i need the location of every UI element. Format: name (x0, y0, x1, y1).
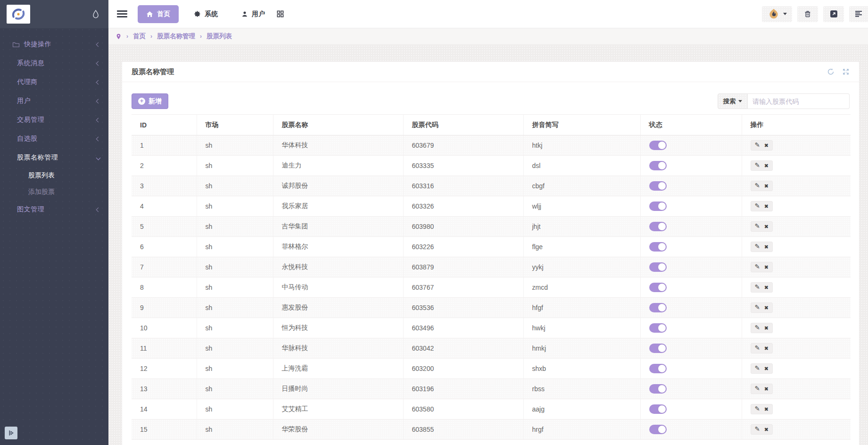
sidebar-subitem[interactable]: 股票列表 (0, 167, 108, 184)
edit-icon[interactable]: ✎ (755, 203, 760, 210)
align-list-button[interactable] (849, 6, 868, 22)
edit-icon[interactable]: ✎ (755, 264, 760, 270)
delete-icon[interactable]: ✖ (764, 224, 769, 229)
sidebar-item-3[interactable]: 代理商 (0, 73, 108, 92)
delete-icon[interactable]: ✖ (764, 184, 769, 189)
status-toggle[interactable] (649, 202, 667, 211)
edit-icon[interactable]: ✎ (755, 365, 760, 372)
status-toggle[interactable] (649, 161, 667, 170)
row-actions: ✎ ✖ (751, 363, 773, 374)
cell-pinyin: yykj (523, 257, 640, 277)
tab-label: 系统 (205, 10, 218, 18)
cell-market: sh (197, 379, 273, 399)
sidebar-subitem[interactable]: 添加股票 (0, 184, 108, 200)
status-toggle[interactable] (649, 283, 667, 292)
launch-button[interactable] (823, 6, 844, 22)
delete-icon[interactable]: ✖ (764, 305, 769, 311)
trash-button[interactable] (797, 6, 818, 22)
delete-icon[interactable]: ✖ (764, 407, 769, 412)
breadcrumb-link[interactable]: 股票列表 (207, 32, 232, 41)
status-toggle[interactable] (649, 303, 667, 312)
edit-icon[interactable]: ✎ (755, 162, 760, 169)
sidebar: 快捷操作系统消息代理商用户交易管理自选股股票名称管理股票列表添加股票图文管理 (0, 0, 108, 445)
sidebar-item-7[interactable]: 股票名称管理 (0, 148, 108, 167)
edit-icon[interactable]: ✎ (755, 223, 760, 230)
search-dropdown-button[interactable]: 搜索 (718, 93, 748, 109)
tab-用户[interactable]: 用户 (233, 5, 273, 23)
delete-icon[interactable]: ✖ (764, 143, 769, 148)
breadcrumb-link[interactable]: 股票名称管理 (157, 32, 195, 41)
delete-icon[interactable]: ✖ (764, 346, 769, 351)
search-input[interactable] (748, 93, 850, 109)
edit-icon[interactable]: ✎ (755, 243, 760, 250)
chevron-left-icon (96, 42, 101, 47)
cell-stock-name: 恒为科技 (273, 318, 403, 338)
edit-icon[interactable]: ✎ (755, 426, 760, 433)
status-toggle[interactable] (649, 344, 667, 353)
chevron-left-icon (96, 61, 101, 66)
add-button[interactable]: + 新增 (132, 93, 168, 109)
tab-系统[interactable]: 系统 (185, 5, 226, 23)
col-pinyin: 拼音简写 (523, 115, 640, 135)
delete-icon[interactable]: ✖ (764, 163, 769, 168)
cell-stock-code: 603200 (403, 359, 523, 379)
edit-icon[interactable]: ✎ (755, 325, 760, 331)
cell-stock-name: 我乐家居 (273, 196, 403, 217)
sidebar-collapse-button[interactable] (5, 427, 17, 439)
delete-icon[interactable]: ✖ (764, 326, 769, 331)
breadcrumb-link[interactable]: 首页 (133, 32, 146, 41)
droplet-icon[interactable] (91, 9, 100, 19)
sidebar-item-4[interactable]: 用户 (0, 92, 108, 110)
delete-icon[interactable]: ✖ (764, 265, 769, 270)
tab-首页[interactable]: 首页 (138, 5, 179, 23)
panel-title: 股票名称管理 (132, 67, 174, 76)
sidebar-item-2[interactable]: 系统消息 (0, 54, 108, 73)
status-toggle[interactable] (649, 364, 667, 373)
grid-icon[interactable] (276, 10, 284, 18)
status-toggle[interactable] (649, 404, 667, 414)
cell-stock-name: 永悦科技 (273, 257, 403, 277)
status-toggle[interactable] (649, 425, 667, 434)
delete-icon[interactable]: ✖ (764, 204, 769, 209)
delete-icon[interactable]: ✖ (764, 386, 769, 392)
delete-icon[interactable]: ✖ (764, 285, 769, 290)
app-logo[interactable] (7, 5, 30, 24)
sidebar-item-8[interactable]: 图文管理 (0, 200, 108, 219)
edit-icon[interactable]: ✎ (755, 304, 760, 311)
sidebar-item-1[interactable]: 快捷操作 (0, 35, 108, 54)
delete-icon[interactable]: ✖ (764, 427, 769, 432)
cell-market: sh (197, 338, 273, 359)
sidebar-item-6[interactable]: 自选股 (0, 129, 108, 148)
delete-icon[interactable]: ✖ (764, 244, 769, 250)
table-row: 7 sh 永悦科技 603879 yykj ✎ ✖ (132, 257, 851, 277)
launch-icon (830, 10, 838, 18)
row-actions: ✎ ✖ (751, 262, 773, 272)
row-actions: ✎ ✖ (751, 404, 773, 414)
delete-icon[interactable]: ✖ (764, 366, 769, 371)
row-actions: ✎ ✖ (751, 181, 773, 191)
cell-id: 2 (132, 156, 197, 176)
chevron-down-icon (96, 155, 101, 160)
status-toggle[interactable] (649, 262, 667, 272)
cell-stock-name: 华脉科技 (273, 338, 403, 359)
menu-toggle-button[interactable] (117, 8, 127, 19)
cell-pinyin: htkj (523, 135, 640, 156)
refresh-icon[interactable] (827, 68, 835, 76)
flame-logo-button[interactable] (762, 6, 792, 22)
edit-icon[interactable]: ✎ (755, 284, 760, 291)
status-toggle[interactable] (649, 222, 667, 231)
edit-icon[interactable]: ✎ (755, 142, 760, 149)
row-actions: ✎ ✖ (751, 302, 773, 313)
status-toggle[interactable] (649, 181, 667, 191)
status-toggle[interactable] (649, 384, 667, 394)
edit-icon[interactable]: ✎ (755, 345, 760, 352)
status-toggle[interactable] (649, 141, 667, 150)
status-toggle[interactable] (649, 242, 667, 252)
edit-icon[interactable]: ✎ (755, 386, 760, 392)
sidebar-item-5[interactable]: 交易管理 (0, 110, 108, 129)
status-toggle[interactable] (649, 323, 667, 333)
edit-icon[interactable]: ✎ (755, 183, 760, 189)
toggle-knob (658, 344, 666, 353)
expand-icon[interactable] (842, 68, 850, 76)
edit-icon[interactable]: ✎ (755, 406, 760, 412)
